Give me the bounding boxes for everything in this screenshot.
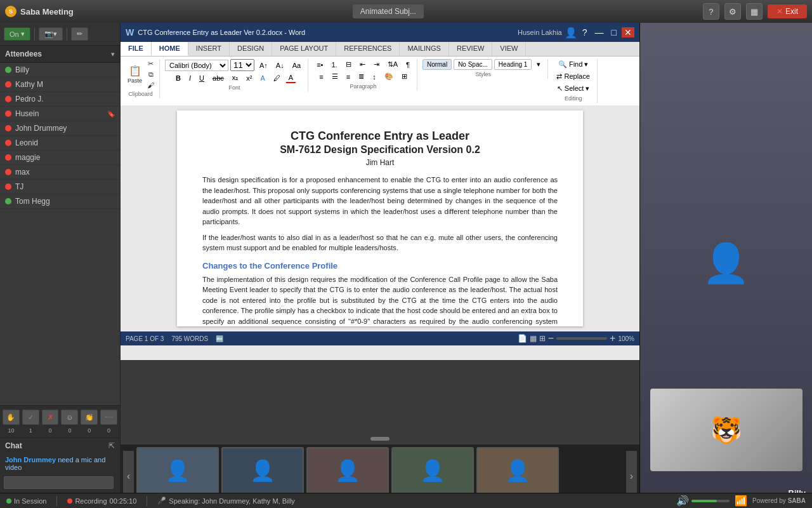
- word-help-button[interactable]: ?: [580, 27, 590, 37]
- editing-group: 🔍 Find ▾ ⇄ Replace ↖ Select ▾ Editing: [552, 59, 597, 103]
- toolbar-separator: [34, 28, 35, 41]
- grow-font-button[interactable]: A↑: [256, 60, 271, 70]
- chat-expand-icon[interactable]: ⇱: [108, 441, 115, 450]
- cut-button[interactable]: ✂: [146, 59, 155, 69]
- superscript-button[interactable]: x²: [243, 73, 255, 83]
- attendee-item[interactable]: maggie: [0, 150, 120, 165]
- styles-more-button[interactable]: ▾: [534, 59, 544, 70]
- thumbnail-face: 👤: [138, 448, 218, 493]
- subscript-button[interactable]: x₂: [229, 72, 242, 83]
- attendee-item[interactable]: Leonid: [0, 136, 120, 150]
- x-button[interactable]: ✗: [42, 410, 59, 425]
- strikethrough-button[interactable]: abc: [209, 73, 227, 83]
- shrink-font-button[interactable]: A↓: [273, 60, 287, 70]
- attendees-expand-icon[interactable]: ▾: [111, 50, 115, 58]
- copy-button[interactable]: ⧉: [146, 70, 155, 79]
- recording-label: Recording: [75, 497, 107, 505]
- check-badge: 1: [22, 427, 39, 434]
- attendee-item[interactable]: John Drummey: [0, 121, 120, 136]
- ribbon-tab-pagelayout[interactable]: PAGE LAYOUT: [272, 42, 336, 56]
- show-hide-button[interactable]: ¶: [403, 60, 413, 70]
- attendee-item[interactable]: Billy: [0, 63, 120, 77]
- numbering-button[interactable]: 1.: [328, 60, 340, 70]
- bold-button[interactable]: B: [173, 73, 184, 83]
- video-button[interactable]: 📷▾: [39, 27, 63, 41]
- clear-format-button[interactable]: Aa: [289, 60, 304, 70]
- word-minimize-button[interactable]: —: [593, 27, 606, 37]
- grid-icon[interactable]: ▦: [746, 3, 763, 20]
- replace-button[interactable]: ⇄ Replace: [553, 71, 593, 82]
- exit-button[interactable]: ✕ Exit: [768, 4, 807, 18]
- zoom-plus-icon[interactable]: +: [610, 333, 615, 344]
- video-main: 👤 🐯 Billy: [640, 23, 812, 503]
- sort-button[interactable]: ⇅A: [384, 59, 401, 70]
- doc-view-icon-1[interactable]: 📄: [518, 334, 527, 343]
- align-right-button[interactable]: ≡: [343, 72, 353, 82]
- help-icon[interactable]: ?: [703, 3, 719, 20]
- word-maximize-button[interactable]: □: [609, 27, 619, 37]
- ribbon-tab-mailings[interactable]: MAILINGS: [400, 42, 449, 56]
- italic-button[interactable]: I: [186, 73, 194, 83]
- pencil-button[interactable]: ✏: [71, 27, 88, 41]
- ribbon-tab-view[interactable]: VIEW: [492, 42, 526, 56]
- font-size-select[interactable]: 11: [230, 59, 254, 71]
- paste-button[interactable]: 📋 Paste: [126, 64, 144, 85]
- center-spacer: [121, 360, 639, 433]
- minus-button[interactable]: ➖: [100, 410, 117, 425]
- attendee-item[interactable]: Tom Hegg: [0, 194, 120, 209]
- text-effects-button[interactable]: A: [257, 73, 268, 83]
- multilevel-button[interactable]: ⊟: [343, 59, 355, 70]
- attendee-status-dot: [5, 67, 11, 73]
- settings-icon[interactable]: ⚙: [724, 3, 741, 20]
- zoom-slider[interactable]: [556, 337, 607, 340]
- animated-subject-button[interactable]: Animated Subj...: [353, 4, 424, 18]
- attendee-item[interactable]: Husein🔖: [0, 107, 120, 121]
- volume-bar[interactable]: [691, 500, 730, 502]
- increase-indent-button[interactable]: ⇥: [370, 59, 383, 70]
- heading1-style-button[interactable]: Heading 1: [494, 59, 532, 70]
- editing-label: Editing: [565, 95, 582, 102]
- ribbon-tab-insert[interactable]: INSERT: [188, 42, 230, 56]
- shading-button[interactable]: 🎨: [381, 71, 396, 82]
- attendee-item[interactable]: Kathy M: [0, 77, 120, 92]
- on-button[interactable]: On ▾: [4, 27, 30, 41]
- attendee-item[interactable]: TJ: [0, 180, 120, 194]
- ribbon-tab-review[interactable]: REVIEW: [449, 42, 492, 56]
- chat-input[interactable]: [4, 476, 114, 489]
- attendee-item[interactable]: Pedro J.: [0, 92, 120, 107]
- ribbon-tab-design[interactable]: DESIGN: [230, 42, 272, 56]
- font-color-button[interactable]: A: [285, 72, 296, 83]
- clap-button[interactable]: 👏: [81, 410, 98, 425]
- select-button[interactable]: ↖ Select ▾: [553, 83, 593, 94]
- justify-button[interactable]: ≣: [355, 71, 367, 82]
- format-painter-button[interactable]: 🖌: [146, 81, 155, 90]
- ribbon-tab-file[interactable]: FILE: [121, 42, 152, 56]
- attendee-name: Husein: [15, 109, 105, 118]
- video-feed: 👤 🐯: [640, 23, 812, 503]
- doc-view-icon-3[interactable]: ⊞: [539, 334, 546, 343]
- word-page-info: PAGE 1 OF 3: [126, 335, 164, 342]
- borders-button[interactable]: ⊞: [398, 71, 410, 82]
- doc-view-icon-2[interactable]: ▦: [530, 334, 537, 343]
- checkmark-button[interactable]: ✓: [22, 410, 39, 425]
- nospace-style-button[interactable]: No Spac...: [454, 59, 492, 70]
- hand-button[interactable]: ✋: [3, 410, 20, 425]
- word-close-button[interactable]: ✕: [622, 27, 634, 37]
- align-left-button[interactable]: ≡: [316, 72, 326, 82]
- decrease-indent-button[interactable]: ⇤: [357, 59, 369, 70]
- underline-button[interactable]: U: [196, 73, 207, 83]
- word-scroll-container[interactable]: CTG Conference Entry as Leader SM-7612 D…: [121, 105, 639, 331]
- find-button[interactable]: 🔍 Find ▾: [553, 59, 593, 70]
- ribbon-tab-home[interactable]: HOME: [152, 42, 188, 56]
- normal-style-button[interactable]: Normal: [422, 59, 452, 70]
- text-highlight-button[interactable]: 🖊: [270, 73, 284, 83]
- ribbon-tab-references[interactable]: REFERENCES: [336, 42, 400, 56]
- scroll-indicator-thumb[interactable]: [370, 437, 390, 441]
- line-spacing-button[interactable]: ↕: [369, 72, 379, 82]
- bullets-button[interactable]: ≡•: [313, 60, 326, 70]
- emoji-button[interactable]: ☺: [61, 410, 78, 425]
- attendee-item[interactable]: max: [0, 165, 120, 180]
- font-name-select[interactable]: Calibri (Body): [165, 60, 228, 71]
- zoom-minus-icon[interactable]: −: [548, 333, 554, 344]
- align-center-button[interactable]: ☰: [329, 71, 341, 82]
